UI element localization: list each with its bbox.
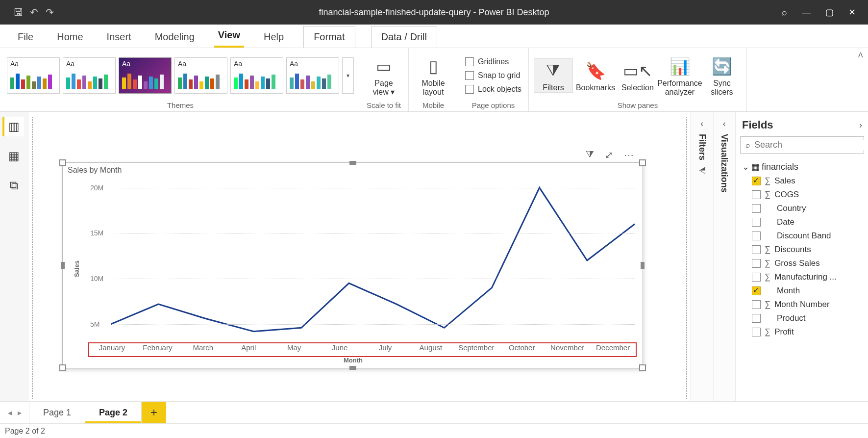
resize-corner[interactable]: [639, 159, 646, 166]
theme-swatch-6[interactable]: Aa: [286, 57, 339, 94]
theme-swatch-2[interactable]: Aa: [63, 57, 116, 94]
field-checkbox[interactable]: [752, 273, 761, 282]
field-checkbox[interactable]: [752, 259, 761, 268]
fields-search-input[interactable]: [754, 140, 868, 150]
resize-handle[interactable]: [349, 161, 356, 165]
mobile-layout-button[interactable]: ▯ Mobile layout: [414, 54, 453, 96]
field-row[interactable]: ∑Manufacturing ...: [740, 270, 864, 284]
theme-gallery-dropdown[interactable]: ▾: [342, 57, 354, 94]
maximize-icon[interactable]: ▢: [825, 7, 834, 18]
field-row[interactable]: ∑Gross Sales: [740, 257, 864, 270]
resize-handle[interactable]: [61, 262, 65, 269]
save-icon[interactable]: 🖫: [12, 6, 24, 18]
selection-pane-button[interactable]: ▭↖Selection: [618, 59, 657, 92]
model-view-icon[interactable]: ⧉: [4, 176, 24, 195]
field-checkbox[interactable]: [752, 177, 761, 185]
scale-group-label: Scale to fit: [367, 100, 401, 109]
add-page-button[interactable]: +: [142, 402, 166, 423]
resize-corner[interactable]: [59, 364, 66, 371]
field-checkbox[interactable]: [752, 300, 761, 309]
performance-analyzer-button[interactable]: 📊Performance analyzer: [660, 54, 699, 96]
tab-modeling[interactable]: Modeling: [151, 26, 198, 48]
bookmarks-pane-button[interactable]: 🔖Bookmarks: [576, 59, 615, 92]
y-axis-label: Sales: [73, 260, 80, 277]
field-row[interactable]: Product: [740, 311, 864, 325]
theme-swatch-3-selected[interactable]: Aa: [119, 57, 172, 94]
chart-visual[interactable]: ⧩ ⤢ ⋯ Sales by Month Sales Month: [62, 162, 643, 368]
search-icon[interactable]: ⌕: [782, 7, 787, 18]
field-checkbox[interactable]: [752, 286, 761, 295]
sigma-icon: ∑: [765, 190, 770, 200]
field-row[interactable]: ∑Profit: [740, 325, 864, 339]
next-page-icon[interactable]: ▸: [18, 408, 22, 417]
redo-icon[interactable]: ↷: [44, 6, 55, 18]
collapse-ribbon-icon[interactable]: ᐱ: [858, 51, 863, 59]
field-name: COGS: [774, 190, 799, 200]
field-checkbox[interactable]: [752, 314, 761, 323]
field-checkbox[interactable]: [752, 218, 761, 227]
fields-pane: Fields › ⌕ ⌄ ▦ financials ∑Sales∑COGSCou…: [736, 112, 868, 401]
chevron-right-icon[interactable]: ›: [859, 120, 862, 130]
field-name: Discounts: [774, 245, 811, 255]
field-row[interactable]: ∑COGS: [740, 188, 864, 202]
tab-format[interactable]: Format: [303, 26, 355, 48]
bookmark-icon: 🔖: [585, 61, 606, 80]
visualizations-pane-collapsed[interactable]: ‹ Visualizations: [714, 112, 736, 401]
field-row[interactable]: Month: [740, 284, 864, 298]
field-row[interactable]: ∑Month Number: [740, 298, 864, 311]
resize-handle[interactable]: [349, 366, 356, 370]
close-icon[interactable]: ✕: [848, 7, 856, 18]
sigma-icon: ∑: [765, 272, 770, 282]
x-tick: July: [363, 343, 408, 356]
fields-search[interactable]: ⌕: [740, 136, 864, 154]
theme-swatch-5[interactable]: Aa: [230, 57, 283, 94]
tab-home[interactable]: Home: [53, 26, 87, 48]
field-row[interactable]: ∑Sales: [740, 174, 864, 188]
field-checkbox[interactable]: [752, 328, 761, 336]
page-view-button[interactable]: ▭ Page view ▾: [364, 54, 403, 96]
report-view-icon[interactable]: ▥: [2, 117, 24, 136]
field-name: Country: [777, 204, 806, 213]
table-node[interactable]: ⌄ ▦ financials: [740, 159, 864, 174]
x-tick: September: [453, 343, 499, 356]
field-row[interactable]: Country: [740, 202, 864, 215]
field-checkbox[interactable]: [752, 232, 761, 240]
tab-data-drill[interactable]: Data / Drill: [371, 26, 437, 48]
field-row[interactable]: Discount Band: [740, 229, 864, 243]
prev-page-icon[interactable]: ◂: [8, 408, 12, 417]
sync-slicers-button[interactable]: 🔄Sync slicers: [702, 54, 742, 96]
snap-to-grid-checkbox[interactable]: Snap to grid: [463, 69, 523, 82]
resize-corner[interactable]: [639, 364, 646, 371]
resize-corner[interactable]: [59, 159, 66, 166]
gridlines-checkbox[interactable]: Gridlines: [463, 55, 523, 68]
visual-filter-icon[interactable]: ⧩: [586, 149, 594, 161]
page-tab-2[interactable]: Page 2: [85, 402, 142, 423]
visual-more-icon[interactable]: ⋯: [624, 149, 634, 161]
report-canvas[interactable]: ⧩ ⤢ ⋯ Sales by Month Sales Month: [32, 117, 687, 399]
minimize-icon[interactable]: —: [802, 7, 811, 18]
data-view-icon[interactable]: ▦: [4, 146, 24, 166]
field-row[interactable]: Date: [740, 215, 864, 229]
field-checkbox[interactable]: [752, 245, 761, 254]
theme-swatch-1[interactable]: Aa: [7, 57, 60, 94]
tab-help[interactable]: Help: [260, 26, 288, 48]
page-tab-1[interactable]: Page 1: [29, 402, 85, 423]
x-tick: December: [590, 343, 636, 356]
tab-view[interactable]: View: [214, 25, 244, 48]
field-row[interactable]: ∑Discounts: [740, 243, 864, 257]
x-axis-highlight: JanuaryFebruaryMarchAprilMayJuneJulyAugu…: [88, 342, 637, 357]
filters-pane-button[interactable]: ⧩Filters: [534, 58, 573, 93]
visual-focus-icon[interactable]: ⤢: [605, 149, 613, 161]
filters-pane-collapsed[interactable]: ‹ Filters ⧩: [691, 112, 714, 401]
view-switcher: ▥ ▦ ⧉: [0, 112, 28, 401]
lock-objects-checkbox[interactable]: Lock objects: [463, 83, 523, 96]
field-name: Manufacturing ...: [774, 272, 837, 282]
tab-file[interactable]: File: [14, 26, 37, 48]
undo-icon[interactable]: ↶: [28, 6, 40, 18]
theme-swatch-4[interactable]: Aa: [174, 57, 227, 94]
field-checkbox[interactable]: [752, 190, 761, 199]
field-checkbox[interactable]: [752, 204, 761, 213]
tab-insert[interactable]: Insert: [103, 26, 135, 48]
resize-handle[interactable]: [641, 262, 645, 269]
y-tick: 10M: [90, 275, 103, 283]
